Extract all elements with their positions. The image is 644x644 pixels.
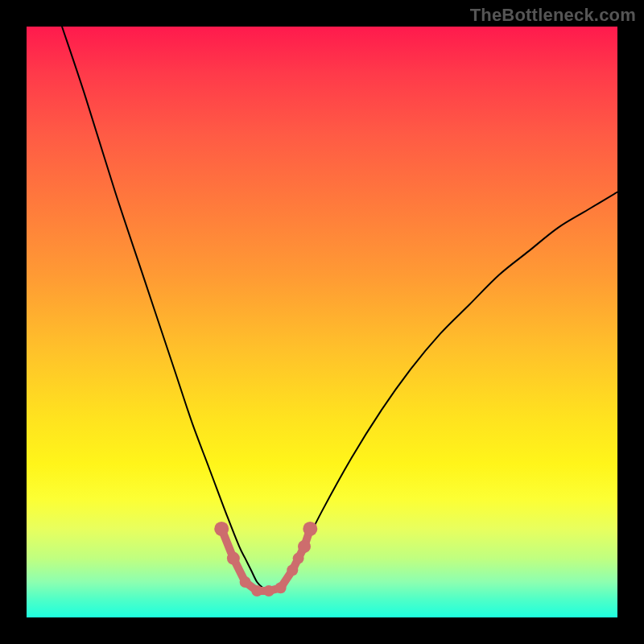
valley-dots <box>214 522 317 597</box>
valley-dot <box>240 576 251 588</box>
valley-dot <box>227 552 240 565</box>
valley-dot <box>303 522 317 536</box>
valley-dot <box>251 585 262 597</box>
valley-dot <box>293 553 304 564</box>
bottleneck-curve <box>62 27 617 591</box>
valley-dot <box>263 585 275 597</box>
watermark-text: TheBottleneck.com <box>470 5 636 26</box>
curve-svg <box>27 27 617 617</box>
valley-dot <box>275 582 287 593</box>
valley-dot <box>298 540 311 553</box>
chart-frame: TheBottleneck.com <box>0 0 644 644</box>
valley-dot <box>287 564 298 576</box>
plot-area <box>27 27 617 617</box>
valley-dot <box>214 522 229 536</box>
